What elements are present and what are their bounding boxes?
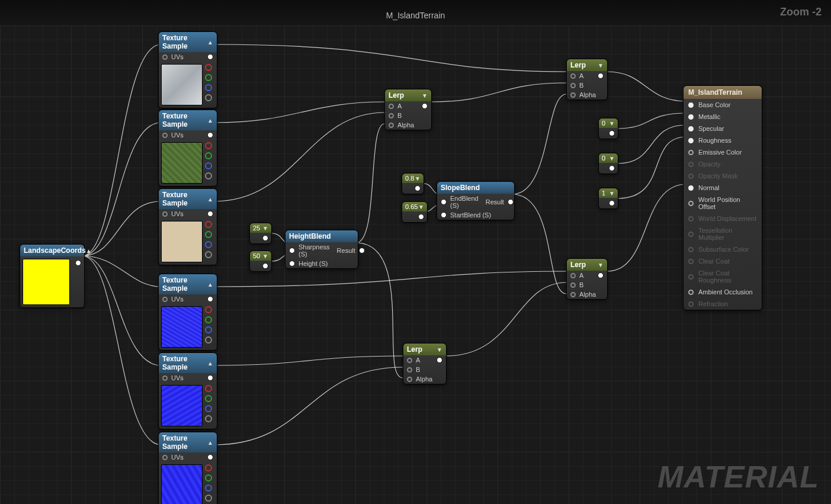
result-pin-roughness[interactable]: Roughness bbox=[684, 134, 762, 146]
landscape-title: LandscapeCoords bbox=[24, 246, 86, 255]
texture-sample-6[interactable]: Texture Sample▲ UVs bbox=[158, 432, 217, 504]
g-pin[interactable] bbox=[205, 74, 212, 81]
output-pin[interactable] bbox=[422, 103, 428, 109]
input-pin[interactable] bbox=[688, 126, 694, 131]
result-pin-tessellation-multiplier: Tessellation Multiplier bbox=[684, 224, 762, 243]
result-pin-metallic[interactable]: Metallic bbox=[684, 111, 762, 123]
input-pin bbox=[688, 232, 694, 237]
const-0-8[interactable]: 0.8▼ bbox=[402, 173, 424, 194]
const-25[interactable]: 25▼ bbox=[249, 223, 272, 244]
result-pin-base-color[interactable]: Base Color bbox=[684, 99, 762, 111]
texture-sample-1[interactable]: Texture Sample▲ UVs bbox=[158, 31, 217, 108]
r-pin[interactable] bbox=[205, 64, 212, 71]
b-pin[interactable] bbox=[205, 84, 212, 91]
result-pin-specular[interactable]: Specular bbox=[684, 123, 762, 134]
input-pin bbox=[688, 174, 694, 179]
result-pin-ambient-occlusion[interactable]: Ambient Occlusion bbox=[684, 286, 762, 298]
input-pin bbox=[688, 274, 694, 280]
input-pin[interactable] bbox=[688, 290, 694, 295]
lerp-node-4[interactable]: Lerp▼ A B Alpha bbox=[403, 343, 447, 384]
input-pin[interactable] bbox=[688, 138, 694, 143]
collapse-icon[interactable]: ▲ bbox=[86, 248, 92, 254]
const-50[interactable]: 50▼ bbox=[249, 251, 272, 272]
output-pin[interactable] bbox=[75, 260, 81, 266]
texture-sample-3[interactable]: Texture Sample▲ UVs bbox=[158, 188, 217, 265]
graph-title: M_IslandTerrain bbox=[0, 11, 831, 20]
rgb-pin[interactable] bbox=[207, 54, 213, 60]
lerp-node-1[interactable]: Lerp▼ A B Alpha bbox=[384, 89, 432, 130]
a-pin[interactable] bbox=[205, 94, 212, 101]
landscape-coords-node[interactable]: LandscapeCoords▲ bbox=[20, 244, 85, 308]
input-pin[interactable] bbox=[688, 150, 694, 155]
result-pin-world-displacement: World Displacement bbox=[684, 213, 762, 224]
result-pin-world-position-offset[interactable]: World Position Offset bbox=[684, 194, 762, 213]
result-pin-refraction: Refraction bbox=[684, 298, 762, 310]
zoom-label: Zoom -2 bbox=[780, 6, 822, 18]
input-pin[interactable] bbox=[688, 102, 694, 108]
texture-preview bbox=[161, 64, 203, 105]
result-title: M_IslandTerrain bbox=[684, 86, 762, 99]
input-pin bbox=[688, 259, 694, 264]
input-pin[interactable] bbox=[688, 201, 694, 206]
result-pin-emissive-color[interactable]: Emissive Color bbox=[684, 146, 762, 158]
const-0-65[interactable]: 0.65▼ bbox=[402, 201, 428, 223]
input-pin bbox=[688, 162, 694, 167]
const-0-b[interactable]: 0▼ bbox=[598, 153, 618, 174]
lerp-node-2[interactable]: Lerp▼ A B Alpha bbox=[566, 59, 608, 100]
result-pin-clear-coat: Clear Coat bbox=[684, 255, 762, 267]
result-pin-opacity: Opacity bbox=[684, 158, 762, 170]
input-pin bbox=[688, 216, 694, 221]
input-pin[interactable] bbox=[688, 114, 694, 120]
watermark-label: MATERIAL bbox=[657, 459, 819, 495]
const-0-a[interactable]: 0▼ bbox=[598, 118, 618, 139]
result-pin-clear-coat-roughness: Clear Coat Roughness bbox=[684, 267, 762, 286]
material-result-node[interactable]: M_IslandTerrain Base ColorMetallicSpecul… bbox=[683, 85, 762, 310]
landscape-preview bbox=[23, 259, 70, 305]
result-pin-subsurface-color: Subsurface Color bbox=[684, 243, 762, 255]
input-pin bbox=[688, 247, 694, 252]
texture-sample-4[interactable]: Texture Sample▲ UVs bbox=[158, 274, 217, 351]
result-pin-normal[interactable]: Normal bbox=[684, 182, 762, 194]
heightblend-node[interactable]: HeightBlend Sharpness (S)Result Height (… bbox=[285, 230, 358, 269]
lerp-node-3[interactable]: Lerp▼ A B Alpha bbox=[566, 258, 608, 300]
texture-sample-5[interactable]: Texture Sample▲ UVs bbox=[158, 352, 217, 429]
slopeblend-node[interactable]: SlopeBlend EndBlend (S)Result StartBlend… bbox=[437, 181, 515, 220]
texture-sample-2[interactable]: Texture Sample▲ UVs bbox=[158, 110, 217, 187]
const-1[interactable]: 1▼ bbox=[598, 188, 618, 209]
result-pin-opacity-mask: Opacity Mask bbox=[684, 170, 762, 182]
input-pin bbox=[688, 301, 694, 307]
input-pin[interactable] bbox=[688, 185, 694, 191]
